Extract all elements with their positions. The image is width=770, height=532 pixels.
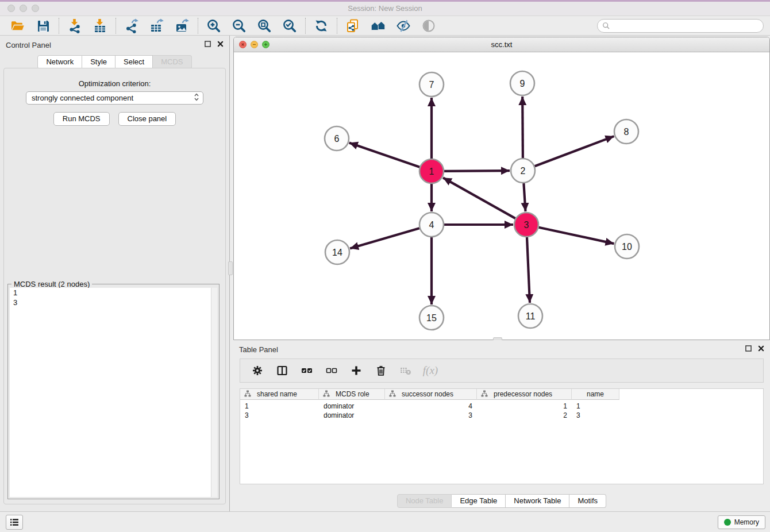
hide-selected-icon[interactable] xyxy=(395,18,411,34)
svg-text:11: 11 xyxy=(526,311,536,321)
graph-node-8[interactable]: 8 xyxy=(614,119,638,144)
save-session-icon[interactable] xyxy=(35,18,51,34)
criterion-select[interactable]: strongly connected component xyxy=(26,91,203,105)
float-table-panel-icon[interactable] xyxy=(745,345,752,352)
select-all-checkbox-icon[interactable] xyxy=(300,364,314,377)
table-cell: 3 xyxy=(240,411,319,419)
add-plus-icon[interactable] xyxy=(349,364,363,377)
table-cell: 3 xyxy=(572,411,619,419)
graph-edge-2-9[interactable] xyxy=(522,97,523,158)
graph-node-11[interactable]: 11 xyxy=(518,304,542,328)
table-row[interactable]: 3dominator323 xyxy=(240,411,763,420)
table-panel-controls xyxy=(745,345,764,352)
column-header-name[interactable]: name xyxy=(572,389,619,400)
column-header-predecessor-nodes[interactable]: predecessor nodes xyxy=(477,389,572,400)
mcds-result-title: MCDS result (2 nodes) xyxy=(11,280,92,288)
first-neighbors-icon[interactable] xyxy=(370,18,386,34)
tab-node-table[interactable]: Node Table xyxy=(397,494,452,508)
export-network-icon[interactable] xyxy=(124,18,140,34)
tab-network[interactable]: Network xyxy=(37,55,82,69)
table-cell: dominator xyxy=(319,411,385,419)
table-row[interactable]: 1dominator411 xyxy=(240,402,763,411)
import-network-icon[interactable] xyxy=(67,18,83,34)
delete-table-icon xyxy=(399,364,413,377)
tab-mcds[interactable]: MCDS xyxy=(153,55,191,69)
export-image-icon[interactable] xyxy=(174,18,190,34)
graph-node-3[interactable]: 3 xyxy=(514,213,538,237)
graph-node-1[interactable]: 1 xyxy=(419,159,444,183)
network-window-titlebar[interactable]: scc.txt xyxy=(234,37,769,52)
network-window-title: scc.txt xyxy=(234,37,769,49)
zoom-out-icon[interactable] xyxy=(231,18,247,34)
table-cell: 1 xyxy=(240,402,319,410)
column-header-successor-nodes[interactable]: successor nodes xyxy=(385,389,477,400)
tab-edge-table[interactable]: Edge Table xyxy=(452,494,506,508)
zoom-fit-icon[interactable] xyxy=(256,18,272,34)
toolbar-group xyxy=(337,18,444,34)
network-zoom-button[interactable] xyxy=(262,41,270,48)
table-cell: 1 xyxy=(572,402,619,410)
graph-edge-2-3[interactable] xyxy=(523,183,525,211)
float-panel-icon[interactable] xyxy=(205,41,211,47)
refresh-icon[interactable] xyxy=(313,18,329,34)
network-canvas[interactable]: 7968124314101511 xyxy=(234,52,769,340)
duplicate-network-icon[interactable] xyxy=(345,18,361,34)
toggle-columns-icon[interactable] xyxy=(275,364,289,377)
control-panel-controls xyxy=(205,41,224,47)
show-all-icon[interactable] xyxy=(421,18,437,34)
table-panel-title: Table Panel xyxy=(239,345,278,354)
close-table-panel-icon[interactable] xyxy=(758,345,764,352)
graph-edge-4-14[interactable] xyxy=(350,228,419,248)
settings-gear-icon[interactable] xyxy=(251,364,264,377)
search-input[interactable] xyxy=(613,21,751,30)
session-title: Session: New Session xyxy=(0,4,770,13)
close-panel-button[interactable]: Close panel xyxy=(118,112,176,126)
search-box[interactable] xyxy=(597,19,764,33)
graph-edge-3-11[interactable] xyxy=(527,237,530,303)
deselect-all-checkbox-icon[interactable] xyxy=(325,364,338,377)
panel-splitter-handle[interactable] xyxy=(228,261,233,275)
shared-column-icon xyxy=(323,390,330,399)
graph-node-9[interactable]: 9 xyxy=(510,71,534,95)
graph-node-6[interactable]: 6 xyxy=(325,126,349,151)
graph-edge-1-6[interactable] xyxy=(349,143,420,167)
network-minimize-button[interactable] xyxy=(251,41,258,48)
graph-node-4[interactable]: 4 xyxy=(419,213,444,237)
graph-node-2[interactable]: 2 xyxy=(511,159,535,183)
open-file-icon[interactable] xyxy=(10,18,26,34)
column-header-MCDS-role[interactable]: MCDS role xyxy=(319,389,385,400)
svg-text:9: 9 xyxy=(520,79,525,88)
memory-button[interactable]: Memory xyxy=(718,515,765,529)
export-table-icon[interactable] xyxy=(149,18,165,34)
close-panel-icon[interactable] xyxy=(217,41,224,47)
shared-column-icon xyxy=(244,390,251,399)
run-mcds-button[interactable]: Run MCDS xyxy=(53,112,110,126)
trash-icon[interactable] xyxy=(374,364,388,377)
zoom-in-icon[interactable] xyxy=(206,18,222,34)
graph-edge-3-1[interactable] xyxy=(443,178,515,218)
column-header-shared-name[interactable]: shared name xyxy=(240,389,319,400)
graph-node-14[interactable]: 14 xyxy=(325,240,349,264)
mcds-result-item: 1 xyxy=(10,288,217,298)
toolbar-group xyxy=(306,18,337,34)
graph-node-15[interactable]: 15 xyxy=(419,306,444,330)
svg-text:14: 14 xyxy=(332,248,342,257)
task-history-button[interactable] xyxy=(6,515,23,530)
tab-motifs[interactable]: Motifs xyxy=(569,494,606,508)
network-view-window: scc.txt 7968124314101511 xyxy=(233,37,770,340)
tab-network-table[interactable]: Network Table xyxy=(506,494,569,508)
network-close-button[interactable] xyxy=(239,41,247,48)
network-graph: 7968124314101511 xyxy=(234,52,769,340)
graph-edge-3-10[interactable] xyxy=(539,228,614,244)
result-scrollbar[interactable] xyxy=(211,288,217,497)
tab-select[interactable]: Select xyxy=(116,55,153,69)
graph-node-7[interactable]: 7 xyxy=(419,72,444,97)
svg-text:4: 4 xyxy=(429,220,434,230)
graph-edge-2-8[interactable] xyxy=(535,136,614,166)
tab-style[interactable]: Style xyxy=(82,55,116,69)
graph-node-10[interactable]: 10 xyxy=(615,234,639,259)
zoom-selected-icon[interactable] xyxy=(282,18,298,34)
graph-edge-1-2[interactable] xyxy=(444,171,510,171)
import-table-icon[interactable] xyxy=(92,18,108,34)
node-table: shared nameMCDS rolesuccessor nodesprede… xyxy=(240,388,764,484)
